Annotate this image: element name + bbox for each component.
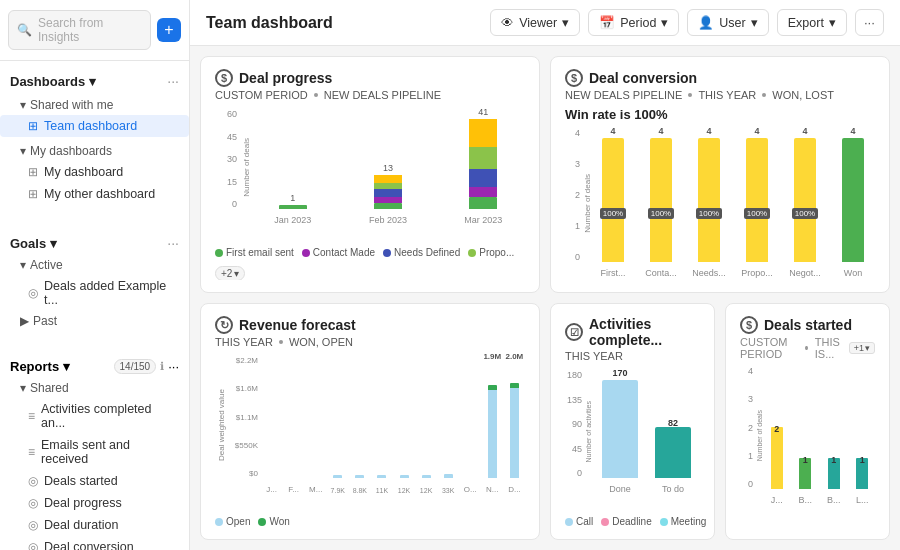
search-placeholder: Search from Insights	[38, 16, 142, 44]
chevron-icon: ▾	[20, 98, 26, 112]
dashboard-grid: $ Deal progress CUSTOM PERIOD NEW DEALS …	[190, 46, 900, 550]
grid-icon: ⊞	[28, 165, 38, 179]
goals-header[interactable]: Goals ▾ ···	[0, 231, 189, 255]
activities-chart-container: 180 135 90 45 0 Number of activities 170	[565, 368, 700, 527]
deal-icon: $	[215, 69, 233, 87]
goals-section: Goals ▾ ··· ▾ Active ◎ Deals added Examp…	[0, 223, 189, 339]
reports-header: Reports ▾ 14/150 ℹ ···	[0, 355, 189, 378]
sidebar-top: 🔍 Search from Insights +	[0, 0, 189, 61]
chevron-right-icon: ▶	[20, 314, 29, 328]
deal-conversion-card: $ Deal conversion NEW DEALS PIPELINE THI…	[550, 56, 890, 293]
sidebar-item-activities-completed[interactable]: ≡ Activities completed an...	[0, 398, 189, 434]
sidebar-item-emails[interactable]: ≡ Emails sent and received	[0, 434, 189, 470]
conversion-icon: $	[565, 69, 583, 87]
revenue-chart: Deal weighted value $2.2M $1.6M $1.1M $5…	[215, 354, 525, 496]
reports-label[interactable]: Reports ▾	[10, 359, 70, 374]
chevron-down-icon: ▾	[89, 74, 96, 89]
sidebar: 🔍 Search from Insights + Dashboards ▾ ··…	[0, 0, 190, 550]
dashboards-section: Dashboards ▾ ··· ▾ Shared with me ⊞ Team…	[0, 61, 189, 215]
chevron-icon: ▾	[20, 258, 26, 272]
legend-more-button[interactable]: +2 ▾	[215, 266, 245, 280]
report-icon: ◎	[28, 474, 38, 488]
period-button[interactable]: 📅 Period ▾	[588, 9, 679, 36]
revenue-bars: J... F... M... 7.9K 8.8K 11K 12K 12K 33K…	[261, 354, 525, 496]
revenue-legend: Open Won	[215, 516, 525, 527]
deals-started-chart: 4 3 2 1 0 Number of deals 2	[740, 364, 875, 507]
more-button[interactable]: ···	[855, 9, 884, 36]
export-button[interactable]: Export ▾	[777, 9, 847, 36]
activities-icon: ☑	[565, 323, 583, 341]
goals-more-icon[interactable]: ···	[167, 235, 179, 251]
reports-more-icon[interactable]: ···	[168, 359, 179, 374]
sidebar-item-deal-duration[interactable]: ◎ Deal duration	[0, 514, 189, 536]
dashboards-header[interactable]: Dashboards ▾ ···	[0, 69, 189, 93]
legend-call: Call	[565, 516, 593, 527]
chevron-down-icon: ▾	[829, 15, 836, 30]
user-icon: 👤	[698, 15, 714, 30]
revenue-title: ↻ Revenue forecast	[215, 316, 525, 334]
reports-shared-label[interactable]: ▾ Shared	[0, 378, 189, 398]
shared-with-me-label[interactable]: ▾ Shared with me	[0, 95, 189, 115]
revenue-icon: ↻	[215, 316, 233, 334]
main-header: Team dashboard 👁 Viewer ▾ 📅 Period ▾ 👤 U…	[190, 0, 900, 46]
legend-won: Won	[258, 516, 289, 527]
sidebar-item-deals-example[interactable]: ◎ Deals added Example t...	[0, 275, 189, 311]
deals-started-card: $ Deals started CUSTOM PERIOD THIS IS...…	[725, 303, 890, 540]
goal-icon: ◎	[28, 286, 38, 300]
chevron-down-icon: ▾	[63, 359, 70, 374]
activities-chart: 180 135 90 45 0 Number of activities 170	[565, 368, 700, 496]
activities-subtitle: THIS YEAR	[565, 350, 700, 362]
sidebar-item-deal-conversion[interactable]: ◎ Deal conversion	[0, 536, 189, 550]
period-icon: 📅	[599, 15, 615, 30]
shared-with-me-group: ▾ Shared with me ⊞ Team dashboard	[0, 93, 189, 139]
report-icon: ≡	[28, 445, 35, 459]
chevron-down-icon: ▾	[751, 15, 758, 30]
revenue-forecast-card: ↻ Revenue forecast THIS YEAR WON, OPEN D…	[200, 303, 540, 540]
page-title: Team dashboard	[206, 14, 333, 32]
sidebar-item-other-dashboard[interactable]: ⊞ My other dashboard	[0, 183, 189, 205]
sidebar-item-team-dashboard[interactable]: ⊞ Team dashboard	[0, 115, 189, 137]
my-dashboards-group: ▾ My dashboards ⊞ My dashboard ⊞ My othe…	[0, 139, 189, 207]
dashboards-label: Dashboards	[10, 74, 85, 89]
chevron-down-icon: ▾	[50, 236, 57, 251]
deal-conversion-subtitle: NEW DEALS PIPELINE THIS YEAR WON, LOST	[565, 89, 875, 101]
legend-needs: Needs Defined	[383, 247, 460, 258]
conversion-chart-area: 4 3 2 1 0 Number of deals 4 100%	[565, 126, 875, 280]
header-controls: 👁 Viewer ▾ 📅 Period ▾ 👤 User ▾ Export ▾ …	[490, 9, 884, 36]
deal-progress-subtitle: CUSTOM PERIOD NEW DEALS PIPELINE	[215, 89, 525, 101]
active-label[interactable]: ▾ Active	[0, 255, 189, 275]
sidebar-item-deals-started[interactable]: ◎ Deals started	[0, 470, 189, 492]
past-label[interactable]: ▶ Past	[0, 311, 189, 331]
report-icon: ◎	[28, 540, 38, 550]
chevron-down-icon: ▾	[661, 15, 668, 30]
user-button[interactable]: 👤 User ▾	[687, 9, 768, 36]
activities-legend: Call Deadline Meeting	[565, 516, 700, 527]
info-icon[interactable]: ℹ	[160, 360, 164, 373]
deal-progress-title: $ Deal progress	[215, 69, 525, 87]
dashboards-more-icon[interactable]: ···	[167, 73, 179, 89]
chevron-icon: ▾	[20, 144, 26, 158]
add-button[interactable]: +	[157, 18, 181, 42]
plus-badge[interactable]: +1 ▾	[849, 342, 875, 354]
deal-progress-chart: 60 45 30 15 0 Number of deals	[215, 107, 525, 280]
sidebar-item-my-dashboard[interactable]: ⊞ My dashboard	[0, 161, 189, 183]
deals-started-title: $ Deals started	[740, 316, 875, 334]
legend-contact: Contact Made	[302, 247, 375, 258]
deal-progress-card: $ Deal progress CUSTOM PERIOD NEW DEALS …	[200, 56, 540, 293]
activities-card: ☑ Activities complete... THIS YEAR 180 1…	[550, 303, 715, 540]
legend-propo: Propo...	[468, 247, 514, 258]
search-box[interactable]: 🔍 Search from Insights	[8, 10, 151, 50]
deals-started-icon: $	[740, 316, 758, 334]
sidebar-item-deal-progress[interactable]: ◎ Deal progress	[0, 492, 189, 514]
deals-started-legend-spacer	[740, 507, 875, 527]
main-content: Team dashboard 👁 Viewer ▾ 📅 Period ▾ 👤 U…	[190, 0, 900, 550]
reports-section: Reports ▾ 14/150 ℹ ··· ▾ Shared ≡ Activi…	[0, 347, 189, 550]
viewer-icon: 👁	[501, 16, 514, 30]
viewer-button[interactable]: 👁 Viewer ▾	[490, 9, 580, 36]
grid-icon: ⊞	[28, 187, 38, 201]
legend-deadline: Deadline	[601, 516, 651, 527]
revenue-subtitle: THIS YEAR WON, OPEN	[215, 336, 525, 348]
my-dashboards-label[interactable]: ▾ My dashboards	[0, 141, 189, 161]
deals-started-chart-container: 4 3 2 1 0 Number of deals 2	[740, 364, 875, 527]
deal-progress-legend: First email sent Contact Made Needs Defi…	[215, 247, 525, 280]
